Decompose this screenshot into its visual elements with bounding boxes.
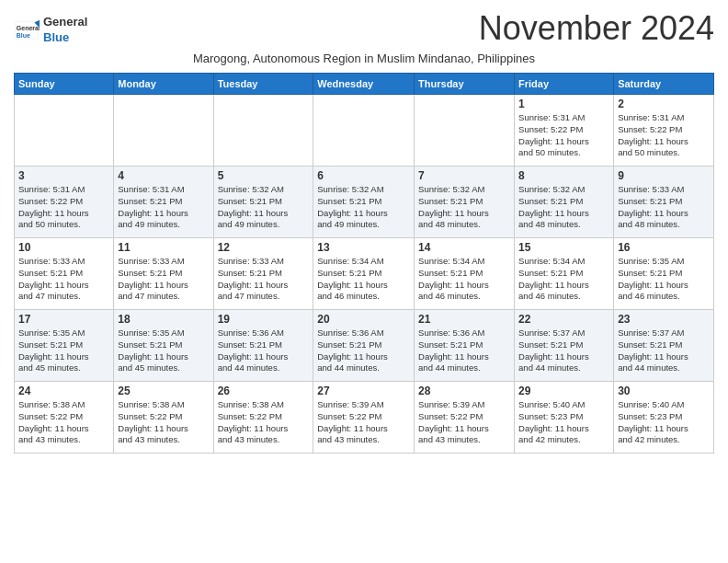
day-info: Sunrise: 5:36 AM Sunset: 5:21 PM Dayligh… xyxy=(317,327,410,374)
day-info: Sunrise: 5:36 AM Sunset: 5:21 PM Dayligh… xyxy=(418,327,510,374)
day-info: Sunrise: 5:32 AM Sunset: 5:21 PM Dayligh… xyxy=(518,184,609,231)
calendar-cell: 23Sunrise: 5:37 AM Sunset: 5:21 PM Dayli… xyxy=(614,310,714,382)
day-info: Sunrise: 5:38 AM Sunset: 5:22 PM Dayligh… xyxy=(218,399,310,446)
day-number: 6 xyxy=(317,169,410,182)
calendar-cell: 19Sunrise: 5:36 AM Sunset: 5:21 PM Dayli… xyxy=(213,310,313,382)
weekday-header-wednesday: Wednesday xyxy=(313,74,415,95)
calendar-cell: 24Sunrise: 5:38 AM Sunset: 5:22 PM Dayli… xyxy=(15,382,114,454)
day-info: Sunrise: 5:33 AM Sunset: 5:21 PM Dayligh… xyxy=(18,256,109,303)
day-number: 7 xyxy=(418,169,510,182)
weekday-header-sunday: Sunday xyxy=(15,74,114,95)
calendar-cell xyxy=(213,95,313,167)
calendar-cell: 15Sunrise: 5:34 AM Sunset: 5:21 PM Dayli… xyxy=(515,238,614,310)
day-info: Sunrise: 5:32 AM Sunset: 5:21 PM Dayligh… xyxy=(218,184,310,231)
calendar-cell xyxy=(114,95,213,167)
day-number: 29 xyxy=(518,385,609,397)
calendar-cell: 10Sunrise: 5:33 AM Sunset: 5:21 PM Dayli… xyxy=(15,238,114,310)
svg-text:Blue: Blue xyxy=(17,32,30,39)
day-number: 14 xyxy=(418,241,510,254)
weekday-header-monday: Monday xyxy=(114,74,213,95)
day-info: Sunrise: 5:34 AM Sunset: 5:21 PM Dayligh… xyxy=(317,256,410,303)
day-info: Sunrise: 5:35 AM Sunset: 5:21 PM Dayligh… xyxy=(618,256,710,303)
calendar-cell: 6Sunrise: 5:32 AM Sunset: 5:21 PM Daylig… xyxy=(313,167,415,238)
calendar-cell xyxy=(15,95,114,167)
month-title: November 2024 xyxy=(479,9,714,48)
weekday-header-saturday: Saturday xyxy=(614,74,714,95)
calendar-header-row: SundayMondayTuesdayWednesdayThursdayFrid… xyxy=(15,74,714,95)
calendar-week-4: 17Sunrise: 5:35 AM Sunset: 5:21 PM Dayli… xyxy=(15,310,714,382)
calendar-cell: 18Sunrise: 5:35 AM Sunset: 5:21 PM Dayli… xyxy=(114,310,213,382)
day-number: 26 xyxy=(218,385,310,397)
day-info: Sunrise: 5:40 AM Sunset: 5:23 PM Dayligh… xyxy=(518,399,609,446)
day-number: 15 xyxy=(518,241,609,254)
day-number: 2 xyxy=(618,98,710,110)
day-info: Sunrise: 5:38 AM Sunset: 5:22 PM Dayligh… xyxy=(118,399,209,446)
day-number: 11 xyxy=(118,241,209,254)
day-number: 5 xyxy=(218,169,310,182)
day-info: Sunrise: 5:40 AM Sunset: 5:23 PM Dayligh… xyxy=(618,399,710,446)
calendar-cell: 22Sunrise: 5:37 AM Sunset: 5:21 PM Dayli… xyxy=(515,310,614,382)
calendar-cell: 4Sunrise: 5:31 AM Sunset: 5:21 PM Daylig… xyxy=(114,167,213,238)
calendar-cell: 14Sunrise: 5:34 AM Sunset: 5:21 PM Dayli… xyxy=(415,238,515,310)
calendar-cell: 13Sunrise: 5:34 AM Sunset: 5:21 PM Dayli… xyxy=(313,238,415,310)
day-number: 4 xyxy=(118,169,209,182)
day-number: 18 xyxy=(118,313,209,326)
svg-text:General: General xyxy=(17,25,40,31)
day-info: Sunrise: 5:35 AM Sunset: 5:21 PM Dayligh… xyxy=(118,327,209,374)
day-number: 24 xyxy=(18,385,109,397)
page-header: General Blue General Blue November 2024 xyxy=(14,9,714,48)
day-number: 16 xyxy=(618,241,710,254)
day-number: 3 xyxy=(18,169,109,182)
weekday-header-thursday: Thursday xyxy=(415,74,515,95)
day-number: 13 xyxy=(317,241,410,254)
calendar-cell: 1Sunrise: 5:31 AM Sunset: 5:22 PM Daylig… xyxy=(515,95,614,167)
calendar-cell: 7Sunrise: 5:32 AM Sunset: 5:21 PM Daylig… xyxy=(415,167,515,238)
day-number: 28 xyxy=(418,385,510,397)
day-number: 9 xyxy=(618,169,710,182)
day-info: Sunrise: 5:31 AM Sunset: 5:22 PM Dayligh… xyxy=(18,184,109,231)
logo-text: General Blue xyxy=(43,15,87,44)
day-info: Sunrise: 5:31 AM Sunset: 5:21 PM Dayligh… xyxy=(118,184,209,231)
day-number: 20 xyxy=(317,313,410,326)
day-number: 30 xyxy=(618,385,710,397)
day-info: Sunrise: 5:35 AM Sunset: 5:21 PM Dayligh… xyxy=(18,327,109,374)
day-info: Sunrise: 5:33 AM Sunset: 5:21 PM Dayligh… xyxy=(218,256,310,303)
day-info: Sunrise: 5:31 AM Sunset: 5:22 PM Dayligh… xyxy=(518,112,609,159)
day-number: 8 xyxy=(518,169,609,182)
day-info: Sunrise: 5:33 AM Sunset: 5:21 PM Dayligh… xyxy=(118,256,209,303)
day-number: 10 xyxy=(18,241,109,254)
calendar-week-3: 10Sunrise: 5:33 AM Sunset: 5:21 PM Dayli… xyxy=(15,238,714,310)
day-info: Sunrise: 5:32 AM Sunset: 5:21 PM Dayligh… xyxy=(418,184,510,231)
calendar-cell xyxy=(415,95,515,167)
calendar-table: SundayMondayTuesdayWednesdayThursdayFrid… xyxy=(14,73,714,454)
calendar-subtitle: Marogong, Autonomous Region in Muslim Mi… xyxy=(14,52,714,65)
logo-icon: General Blue xyxy=(14,17,40,43)
day-info: Sunrise: 5:37 AM Sunset: 5:21 PM Dayligh… xyxy=(618,327,710,374)
calendar-cell: 5Sunrise: 5:32 AM Sunset: 5:21 PM Daylig… xyxy=(213,167,313,238)
calendar-cell: 28Sunrise: 5:39 AM Sunset: 5:22 PM Dayli… xyxy=(415,382,515,454)
day-info: Sunrise: 5:32 AM Sunset: 5:21 PM Dayligh… xyxy=(317,184,410,231)
day-number: 23 xyxy=(618,313,710,326)
day-info: Sunrise: 5:33 AM Sunset: 5:21 PM Dayligh… xyxy=(618,184,710,231)
calendar-cell: 9Sunrise: 5:33 AM Sunset: 5:21 PM Daylig… xyxy=(614,167,714,238)
calendar-week-2: 3Sunrise: 5:31 AM Sunset: 5:22 PM Daylig… xyxy=(15,167,714,238)
logo: General Blue General Blue xyxy=(14,15,87,46)
day-number: 21 xyxy=(418,313,510,326)
calendar-cell: 29Sunrise: 5:40 AM Sunset: 5:23 PM Dayli… xyxy=(515,382,614,454)
day-number: 12 xyxy=(218,241,310,254)
calendar-cell: 12Sunrise: 5:33 AM Sunset: 5:21 PM Dayli… xyxy=(213,238,313,310)
calendar-cell: 21Sunrise: 5:36 AM Sunset: 5:21 PM Dayli… xyxy=(415,310,515,382)
calendar-cell: 25Sunrise: 5:38 AM Sunset: 5:22 PM Dayli… xyxy=(114,382,213,454)
calendar-cell xyxy=(313,95,415,167)
day-number: 27 xyxy=(317,385,410,397)
calendar-cell: 11Sunrise: 5:33 AM Sunset: 5:21 PM Dayli… xyxy=(114,238,213,310)
calendar-cell: 8Sunrise: 5:32 AM Sunset: 5:21 PM Daylig… xyxy=(515,167,614,238)
day-number: 1 xyxy=(518,98,609,110)
calendar-cell: 16Sunrise: 5:35 AM Sunset: 5:21 PM Dayli… xyxy=(614,238,714,310)
calendar-cell: 30Sunrise: 5:40 AM Sunset: 5:23 PM Dayli… xyxy=(614,382,714,454)
day-info: Sunrise: 5:34 AM Sunset: 5:21 PM Dayligh… xyxy=(518,256,609,303)
day-info: Sunrise: 5:37 AM Sunset: 5:21 PM Dayligh… xyxy=(518,327,609,374)
day-number: 19 xyxy=(218,313,310,326)
calendar-cell: 27Sunrise: 5:39 AM Sunset: 5:22 PM Dayli… xyxy=(313,382,415,454)
day-number: 17 xyxy=(18,313,109,326)
